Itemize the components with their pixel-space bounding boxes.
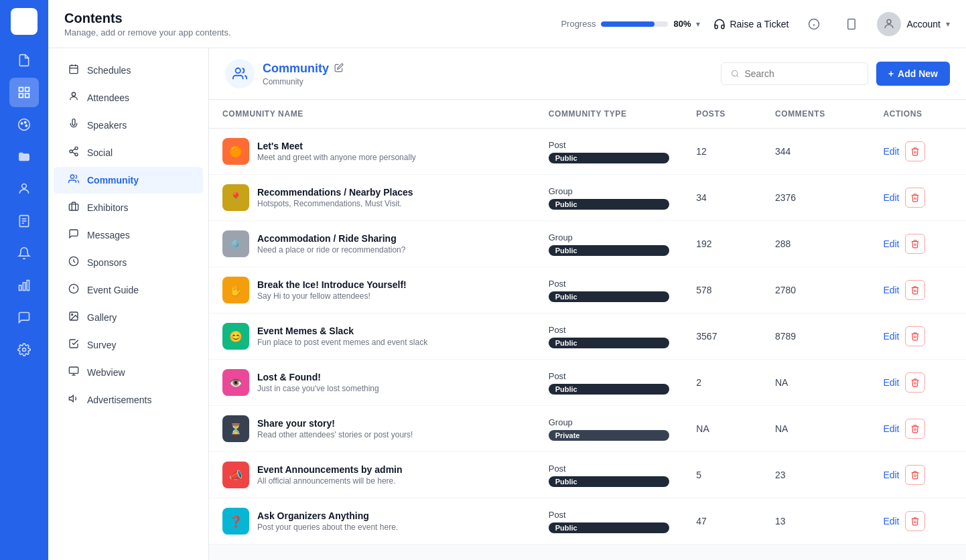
- visibility-badge-6: Public: [549, 384, 670, 395]
- table-row: ❓ Ask Organizers Anything Post your quer…: [209, 498, 966, 545]
- cell-actions-3: Edit: [870, 221, 966, 267]
- edit-title-button[interactable]: [334, 63, 344, 74]
- search-input[interactable]: [744, 68, 858, 79]
- delete-button-4[interactable]: [905, 280, 925, 300]
- col-community-name: Community Name: [209, 100, 535, 129]
- community-name-6: Lost & Found!: [257, 372, 379, 382]
- nav-icon-person[interactable]: [9, 174, 39, 204]
- visibility-badge-3: Public: [549, 245, 670, 256]
- nav-icon-palette[interactable]: [9, 110, 39, 139]
- cell-comments-9: 13: [762, 498, 870, 545]
- sidebar-item-social[interactable]: Social: [54, 139, 203, 166]
- svg-rect-3: [25, 22, 30, 27]
- sidebar-label-advertisements: Advertisements: [87, 395, 151, 405]
- delete-button-6[interactable]: [905, 372, 925, 393]
- table-row: ⚙️ Accommodation / Ride Sharing Need a p…: [209, 221, 966, 267]
- edit-button-7[interactable]: Edit: [883, 423, 899, 434]
- add-new-button[interactable]: + Add New: [876, 62, 950, 86]
- sidebar-label-exhibitors: Exhibitors: [87, 202, 128, 213]
- content-header-left: Community Community: [225, 59, 344, 88]
- table-header-row: Community Name Community Type Posts Comm…: [209, 100, 966, 129]
- info-button[interactable]: [802, 12, 826, 36]
- delete-button-8[interactable]: [905, 465, 925, 485]
- edit-button-2[interactable]: Edit: [883, 192, 899, 203]
- col-actions: Actions: [870, 100, 966, 129]
- svg-rect-24: [848, 19, 855, 29]
- table-row: 👁️ Lost & Found! Just in case you've los…: [209, 360, 966, 406]
- nav-icon-chat[interactable]: [9, 303, 39, 332]
- cell-comments-7: NA: [762, 406, 870, 452]
- table-row: 🟠 Let's Meet Meet and greet with anyone …: [209, 129, 966, 175]
- visibility-badge-5: Public: [549, 338, 670, 348]
- edit-button-1[interactable]: Edit: [883, 146, 899, 157]
- delete-button-1[interactable]: [905, 141, 925, 161]
- edit-button-8[interactable]: Edit: [883, 470, 899, 480]
- nav-icon-folder[interactable]: [9, 142, 39, 171]
- cell-name-5: 😊 Event Memes & Slack Fun place to post …: [209, 313, 535, 360]
- account-section[interactable]: Account ▾: [877, 12, 950, 36]
- delete-button-7[interactable]: [905, 419, 925, 439]
- sidebar-item-schedules[interactable]: Schedules: [54, 57, 203, 84]
- edit-button-4[interactable]: Edit: [883, 285, 899, 295]
- svg-rect-1: [25, 15, 30, 21]
- sidebar-item-attendees[interactable]: Attendees: [54, 84, 203, 111]
- sidebar-item-speakers[interactable]: Speakers: [54, 112, 203, 139]
- cell-comments-1: 344: [762, 129, 870, 175]
- sidebar-item-gallery[interactable]: Gallery: [54, 304, 203, 331]
- raise-ticket-button[interactable]: Raise a Ticket: [713, 18, 788, 30]
- type-label-8: Post: [549, 464, 670, 474]
- headphone-icon: [713, 18, 726, 30]
- delete-button-5[interactable]: [905, 326, 925, 346]
- sidebar-item-survey[interactable]: Survey: [54, 332, 203, 358]
- search-icon: [731, 69, 739, 78]
- nav-icon-grid[interactable]: [9, 78, 39, 107]
- nav-icon-settings[interactable]: [9, 335, 39, 364]
- sidebar-item-event-guide[interactable]: Event Guide: [54, 277, 203, 303]
- type-label-1: Post: [549, 140, 670, 150]
- attendees-icon: [67, 91, 80, 104]
- community-info-3: Accommodation / Ride Sharing Need a plac…: [257, 233, 405, 255]
- progress-section: Progress 80% ▾: [561, 19, 700, 29]
- sidebar-item-sponsors[interactable]: Sponsors: [54, 249, 203, 276]
- col-posts: Posts: [683, 100, 762, 129]
- edit-button-3[interactable]: Edit: [883, 238, 899, 249]
- trash-icon-7: [910, 424, 920, 433]
- sidebar-item-exhibitors[interactable]: Exhibitors: [54, 194, 203, 221]
- nav-icon-file[interactable]: [9, 46, 39, 75]
- community-avatar-3: ⚙️: [222, 230, 249, 257]
- app-logo[interactable]: [11, 8, 38, 35]
- svg-point-33: [70, 150, 72, 153]
- delete-button-9[interactable]: [905, 511, 925, 531]
- sidebar-item-messages[interactable]: Messages: [54, 222, 203, 249]
- community-avatar-4: ✋: [222, 277, 249, 303]
- content-header: Community Community +: [209, 48, 966, 100]
- table-row: 😊 Event Memes & Slack Fun place to post …: [209, 313, 966, 360]
- mobile-preview-button[interactable]: [839, 12, 864, 36]
- sidebar-item-webview[interactable]: Webview: [54, 359, 203, 386]
- community-desc-6: Just in case you've lost something: [257, 384, 379, 393]
- svg-rect-5: [25, 88, 29, 92]
- edit-button-9[interactable]: Edit: [883, 516, 899, 527]
- cell-posts-6: 2: [683, 360, 762, 406]
- visibility-badge-7: Private: [549, 430, 670, 441]
- edit-button-6[interactable]: Edit: [883, 377, 899, 388]
- messages-icon: [67, 228, 80, 242]
- svg-point-8: [19, 119, 30, 131]
- sidebar-label-event-guide: Event Guide: [87, 285, 139, 295]
- edit-button-5[interactable]: Edit: [883, 331, 899, 342]
- nav-icon-bell[interactable]: [9, 238, 39, 268]
- progress-chevron-icon[interactable]: ▾: [696, 19, 700, 29]
- cell-type-5: Post Public: [535, 313, 683, 360]
- sidebar-item-advertisements[interactable]: Advertisements: [54, 387, 203, 413]
- delete-button-2[interactable]: [905, 188, 925, 208]
- community-name-1: Let's Meet: [257, 141, 416, 151]
- nav-icon-document[interactable]: [9, 206, 39, 236]
- header-right-section: Progress 80% ▾ Raise a Ticket: [561, 12, 950, 36]
- sidebar-item-community[interactable]: Community: [54, 167, 203, 194]
- sidebar-label-speakers: Speakers: [87, 120, 127, 131]
- svg-rect-0: [18, 15, 23, 21]
- cell-posts-8: 5: [683, 452, 762, 498]
- schedules-icon: [67, 64, 80, 77]
- nav-icon-bar-chart[interactable]: [9, 271, 39, 300]
- delete-button-3[interactable]: [905, 234, 925, 254]
